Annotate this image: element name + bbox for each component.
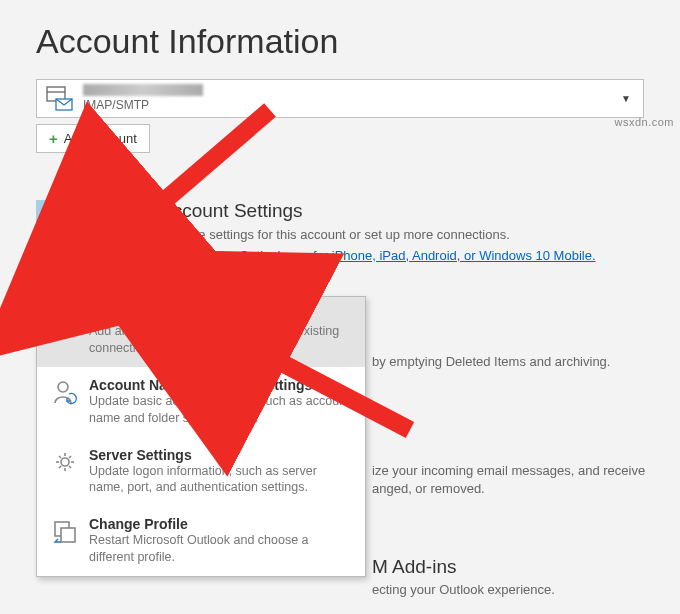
account-selector-dropdown[interactable]: IMAP/SMTP ▼: [36, 79, 644, 118]
account-settings-label-2: Settings: [63, 270, 110, 285]
menu-item-sub: Add and remove accounts or change existi…: [89, 323, 351, 357]
section-title: Account Settings: [160, 200, 596, 222]
menu-item-title: Account Name and Sync Settings: [89, 377, 351, 393]
gear-icon: [52, 449, 78, 497]
chevron-down-icon: ▾: [112, 274, 117, 284]
bullet-icon: [178, 255, 183, 260]
section-desc: Change settings for this account or set …: [160, 226, 596, 244]
menu-item-sub: Restart Microsoft Outlook and choose a d…: [89, 532, 351, 566]
rules-desc-fragment: ize your incoming email messages, and re…: [372, 462, 645, 497]
account-email-obscured: [83, 84, 203, 96]
svg-rect-31: [61, 528, 75, 542]
menu-item-title: Account Settings...: [89, 307, 351, 323]
add-account-label: Add Account: [64, 131, 137, 146]
watermark: wsxdn.com: [614, 116, 674, 128]
addins-desc-fragment: ecting your Outlook experience.: [372, 582, 555, 597]
account-settings-menu: Account Settings... Add and remove accou…: [36, 296, 366, 577]
section-account-settings: Account Settings Change settings for thi…: [160, 200, 596, 263]
add-account-button[interactable]: + Add Account: [36, 124, 150, 153]
mailbox-desc-fragment: by emptying Deleted Items and archiving.: [372, 354, 610, 369]
svg-line-27: [69, 466, 71, 468]
user-sync-icon: [52, 379, 78, 427]
menu-item-server-settings[interactable]: Server Settings Update logon information…: [37, 437, 365, 507]
svg-point-14: [58, 312, 68, 322]
svg-point-3: [80, 215, 96, 231]
mailbox-icon: [45, 85, 75, 113]
profile-switch-icon: [52, 518, 78, 566]
get-outlook-app-link[interactable]: Get the Outlook app for iPhone, iPad, An…: [193, 248, 596, 263]
page-title: Account Information: [0, 0, 680, 79]
addins-title-fragment: M Add-ins: [372, 556, 456, 578]
menu-item-change-profile[interactable]: Change Profile Restart Microsoft Outlook…: [37, 506, 365, 576]
plus-icon: +: [49, 130, 58, 147]
svg-line-26: [59, 456, 61, 458]
user-gear-icon: [52, 309, 78, 357]
menu-item-sub: Update logon information, such as server…: [89, 463, 351, 497]
svg-line-29: [69, 456, 71, 458]
menu-item-sub: Update basic account settings such as ac…: [89, 393, 351, 427]
svg-point-20: [58, 382, 68, 392]
account-type-label: IMAP/SMTP: [83, 98, 203, 113]
account-settings-label-1: Account: [67, 254, 114, 269]
svg-point-15: [70, 325, 74, 329]
menu-item-name-sync[interactable]: Account Name and Sync Settings Update ba…: [37, 367, 365, 437]
menu-item-title: Change Profile: [89, 516, 351, 532]
account-settings-dropdown-button[interactable]: Account Settings▾: [36, 200, 144, 296]
menu-item-title: Server Settings: [89, 447, 351, 463]
svg-line-28: [59, 466, 61, 468]
account-selector-content: IMAP/SMTP: [45, 84, 203, 113]
user-gear-icon: [68, 210, 112, 250]
svg-point-21: [61, 458, 69, 466]
menu-item-account-settings[interactable]: Account Settings... Add and remove accou…: [37, 297, 365, 367]
chevron-down-icon: ▼: [621, 93, 631, 104]
